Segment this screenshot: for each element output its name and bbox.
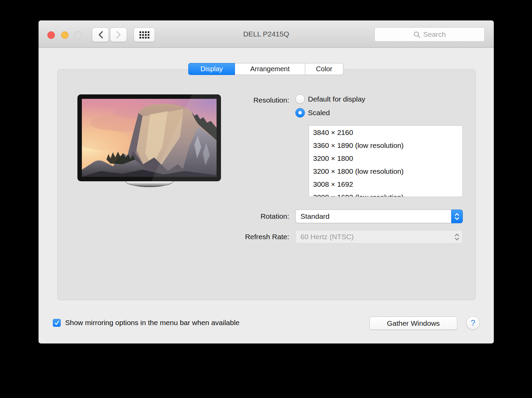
resolution-list: 3840 × 2160 3360 × 1890 (low resolution)…	[309, 125, 463, 197]
close-button[interactable]	[47, 31, 55, 39]
tab-bar: Display Arrangement Color	[188, 63, 343, 75]
mirroring-checkbox-label[interactable]: Show mirroring options in the menu bar w…	[65, 318, 239, 327]
search-input[interactable]: Search	[374, 27, 485, 42]
search-placeholder: Search	[423, 30, 446, 39]
monitor-preview	[77, 94, 221, 181]
resolution-option[interactable]: 3840 × 2160	[309, 126, 462, 139]
tab-display[interactable]: Display	[188, 63, 235, 75]
resolution-option[interactable]: 3360 × 1890 (low resolution)	[309, 139, 462, 152]
resolution-option[interactable]: 3200 × 1800	[309, 152, 462, 165]
tab-arrangement[interactable]: Arrangement	[235, 63, 305, 75]
title-bar: DELL P2415Q Search	[39, 20, 494, 48]
chevron-right-icon	[116, 31, 121, 39]
radio-scaled-label[interactable]: Scaled	[308, 108, 330, 118]
rotation-label: Rotation:	[187, 210, 289, 223]
zoom-button	[75, 31, 82, 39]
radio-default-label[interactable]: Default for display	[308, 94, 365, 104]
mirroring-checkbox[interactable]	[53, 319, 61, 327]
help-button[interactable]: ?	[466, 316, 480, 330]
chevron-left-icon	[98, 31, 103, 39]
resolution-option[interactable]: 3008 × 1692	[309, 178, 462, 191]
wallpaper-image	[82, 99, 217, 177]
tab-color[interactable]: Color	[305, 63, 343, 75]
show-all-button[interactable]	[134, 28, 155, 42]
refresh-rate-label: Refresh Rate:	[187, 230, 289, 244]
up-down-chevrons-disabled-icon	[451, 230, 463, 244]
radio-scaled[interactable]	[295, 108, 305, 118]
back-button[interactable]	[92, 28, 109, 42]
search-icon	[413, 31, 420, 38]
rotation-value: Standard	[300, 210, 329, 223]
up-down-chevrons-icon	[451, 210, 463, 223]
resolution-option[interactable]: 3200 × 1800 (low resolution)	[309, 165, 462, 178]
checkmark-icon	[54, 320, 60, 326]
minimize-button[interactable]	[61, 31, 69, 39]
refresh-rate-value: 60 Hertz (NTSC)	[300, 230, 354, 243]
refresh-rate-dropdown: 60 Hertz (NTSC)	[295, 230, 463, 244]
gather-windows-button[interactable]: Gather Windows	[369, 317, 457, 330]
rotation-dropdown[interactable]: Standard	[295, 210, 463, 223]
resolution-option[interactable]: 3008 × 1692 (low resolution)	[309, 191, 462, 197]
radio-default-for-display[interactable]	[295, 94, 305, 104]
forward-button	[110, 28, 127, 42]
grid-icon	[139, 31, 149, 39]
preferences-window: DELL P2415Q Search Display Arrangement C…	[39, 20, 494, 343]
